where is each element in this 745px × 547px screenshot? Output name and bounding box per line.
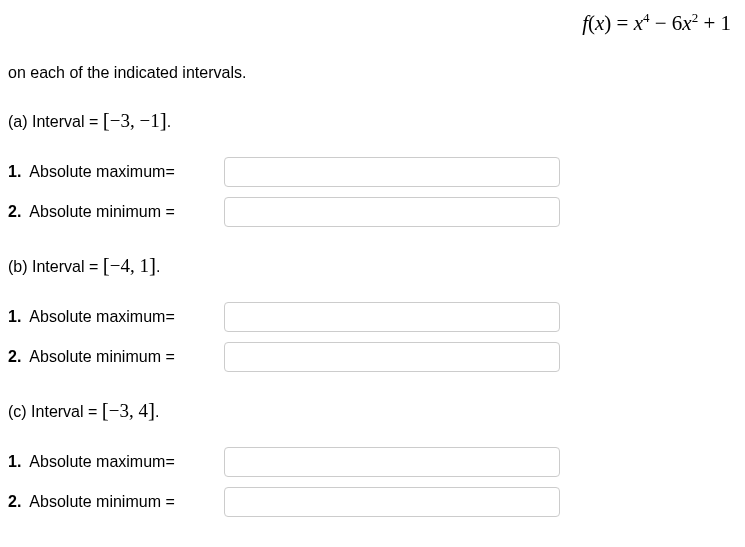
interval-label-a: (a) Interval = (8, 113, 103, 130)
question-a2-label: 2. Absolute minimum = (8, 203, 224, 221)
question-c1-label: 1. Absolute maximum= (8, 453, 224, 471)
section-c: (c) Interval = [−3, 4]. 1. Absolute maxi… (8, 398, 560, 519)
question-a1-row: 1. Absolute maximum= (8, 155, 560, 189)
sections-container: (a) Interval = [−3, −1]. 1. Absolute max… (8, 104, 560, 543)
answer-input-a1[interactable] (224, 157, 560, 187)
question-a1-label: 1. Absolute maximum= (8, 163, 224, 181)
interval-label-c: (c) Interval = (8, 403, 102, 420)
answer-input-a2[interactable] (224, 197, 560, 227)
question-a2-row: 2. Absolute minimum = (8, 195, 560, 229)
answer-input-b1[interactable] (224, 302, 560, 332)
question-b2-row: 2. Absolute minimum = (8, 340, 560, 374)
question-c1-row: 1. Absolute maximum= (8, 445, 560, 479)
interval-line-b: (b) Interval = [−4, 1]. (8, 253, 560, 278)
interval-line-c: (c) Interval = [−3, 4]. (8, 398, 560, 423)
question-c2-row: 2. Absolute minimum = (8, 485, 560, 519)
interval-label-b: (b) Interval = (8, 258, 103, 275)
interval-line-a: (a) Interval = [−3, −1]. (8, 108, 560, 133)
answer-input-b2[interactable] (224, 342, 560, 372)
section-b: (b) Interval = [−4, 1]. 1. Absolute maxi… (8, 253, 560, 374)
answer-input-c1[interactable] (224, 447, 560, 477)
section-a: (a) Interval = [−3, −1]. 1. Absolute max… (8, 108, 560, 229)
interval-value-a: [−3, −1] (103, 110, 167, 131)
question-b1-label: 1. Absolute maximum= (8, 308, 224, 326)
interval-value-b: [−4, 1] (103, 255, 156, 276)
answer-input-c2[interactable] (224, 487, 560, 517)
question-b1-row: 1. Absolute maximum= (8, 300, 560, 334)
interval-value-c: [−3, 4] (102, 400, 155, 421)
question-c2-label: 2. Absolute minimum = (8, 493, 224, 511)
question-b2-label: 2. Absolute minimum = (8, 348, 224, 366)
instruction-text: on each of the indicated intervals. (8, 64, 246, 82)
function-formula: f(x) = x4 − 6x2 + 1 (582, 10, 731, 36)
